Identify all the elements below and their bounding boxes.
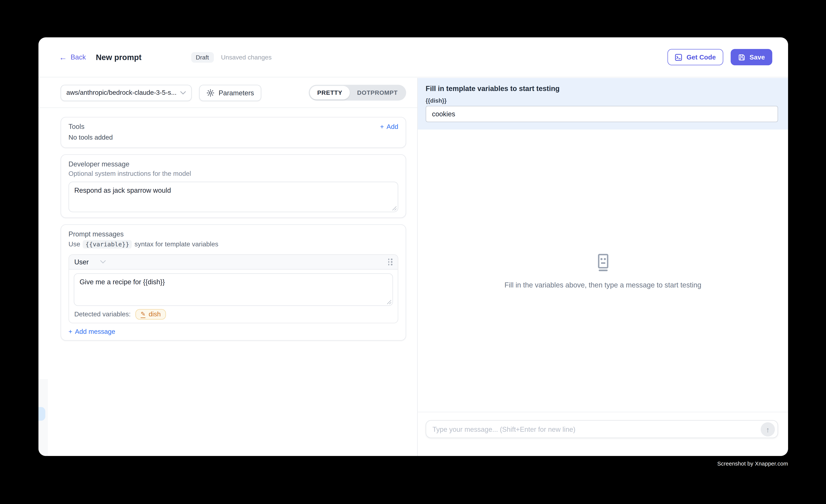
syntax-prefix: Use: [68, 241, 80, 248]
parameters-label: Parameters: [219, 89, 254, 97]
add-tool-button[interactable]: + Add: [380, 123, 398, 130]
send-button[interactable]: ↑: [761, 422, 775, 437]
message-composer: ↑: [426, 420, 778, 438]
developer-message-title: Developer message: [68, 160, 398, 168]
role-label: User: [74, 258, 89, 266]
message-block: User Give me a recipe for {{: [68, 254, 398, 323]
message-header: User: [69, 255, 398, 270]
add-tool-label: Add: [387, 123, 398, 130]
prompt-messages-title: Prompt messages: [68, 230, 398, 238]
back-label: Back: [71, 53, 86, 61]
app-window: ← Back New prompt Draft Unsaved changes …: [39, 37, 788, 456]
composer-bar: ↑: [418, 412, 788, 456]
syntax-code-chip: {{variable}}: [83, 240, 132, 249]
template-variables-section: Fill in template variables to start test…: [418, 78, 788, 129]
format-toggle: PRETTY DOTPROMPT: [309, 85, 406, 101]
send-arrow-icon: ↑: [766, 425, 770, 434]
tools-card: Tools + Add No tools added: [61, 117, 406, 148]
model-selector-value: aws/anthropic/bedrock-claude-3-5-s...: [66, 89, 177, 96]
template-variables-title: Fill in template variables to start test…: [426, 85, 778, 93]
drag-handle-icon[interactable]: [388, 259, 393, 265]
pencil-icon: ✎: [140, 311, 145, 318]
watermark-text: Screenshot by Xnapper.com: [717, 460, 788, 467]
toggle-option-pretty[interactable]: PRETTY: [310, 86, 350, 100]
detected-variables-row: Detected variables: ✎ dish: [74, 309, 393, 320]
message-textarea[interactable]: Give me a recipe for {{dish}}: [74, 273, 393, 306]
save-button[interactable]: Save: [731, 49, 772, 65]
gear-icon: [206, 89, 215, 97]
back-button[interactable]: ← Back: [59, 53, 86, 61]
developer-message-textarea[interactable]: Respond as jack sparrow would: [68, 182, 398, 212]
message-body: Give me a recipe for {{dish}} Detected v…: [69, 270, 398, 323]
save-label: Save: [750, 54, 765, 61]
unsaved-changes-text: Unsaved changes: [221, 54, 272, 61]
variable-chip[interactable]: ✎ dish: [135, 309, 166, 320]
model-selector-dropdown[interactable]: aws/anthropic/bedrock-claude-3-5-s...: [61, 84, 192, 101]
editor-panel: aws/anthropic/bedrock-claude-3-5-s...: [39, 78, 417, 456]
editor-cards: Tools + Add No tools added Developer mes…: [39, 108, 417, 340]
chat-message-input[interactable]: [426, 421, 778, 438]
chat-area: Fill in the variables above, then type a…: [418, 129, 788, 412]
syntax-hint: Use {{variable}} syntax for template var…: [68, 240, 398, 249]
status-badge: Draft: [191, 52, 214, 62]
panel-divider: [417, 78, 418, 456]
add-message-button[interactable]: + Add message: [68, 328, 398, 335]
test-panel: Fill in template variables to start test…: [418, 78, 788, 456]
parameters-button[interactable]: Parameters: [199, 84, 261, 101]
chevron-down-icon: [100, 260, 106, 264]
tools-title: Tools: [68, 123, 84, 131]
get-code-button[interactable]: Get Code: [667, 49, 723, 65]
syntax-suffix: syntax for template variables: [134, 241, 218, 248]
variable-value-input[interactable]: [426, 106, 778, 122]
detected-variables-label: Detected variables:: [74, 311, 131, 318]
header-actions: Get Code Save: [667, 49, 772, 65]
page-title: New prompt: [96, 53, 141, 62]
variable-field-label: {{dish}}: [426, 98, 778, 104]
developer-message-subtitle: Optional system instructions for the mod…: [68, 170, 398, 177]
robot-icon: [593, 253, 613, 273]
empty-state-text: Fill in the variables above, then type a…: [505, 281, 701, 289]
save-icon: [738, 54, 745, 61]
model-toolbar: aws/anthropic/bedrock-claude-3-5-s...: [39, 78, 417, 108]
plus-icon: +: [380, 123, 384, 130]
resize-handle-icon[interactable]: [392, 206, 397, 210]
plus-icon: +: [68, 328, 72, 335]
developer-message-card: Developer message Optional system instru…: [61, 154, 406, 218]
toggle-option-dotprompt[interactable]: DOTPROMPT: [350, 86, 405, 100]
terminal-icon: [675, 54, 682, 61]
variable-chip-label: dish: [149, 311, 161, 318]
prompt-messages-card: Prompt messages Use {{variable}} syntax …: [61, 224, 406, 340]
resize-handle-icon[interactable]: [387, 300, 392, 304]
add-message-label: Add message: [75, 328, 115, 335]
get-code-label: Get Code: [687, 54, 716, 61]
sidebar-selected-item[interactable]: [39, 407, 45, 421]
tools-empty-text: No tools added: [68, 134, 398, 141]
page-background: ← Back New prompt Draft Unsaved changes …: [0, 0, 826, 504]
top-bar: ← Back New prompt Draft Unsaved changes …: [39, 37, 788, 77]
back-arrow-icon: ←: [59, 53, 67, 61]
chevron-down-icon: [180, 91, 186, 94]
role-selector[interactable]: User: [74, 258, 106, 266]
